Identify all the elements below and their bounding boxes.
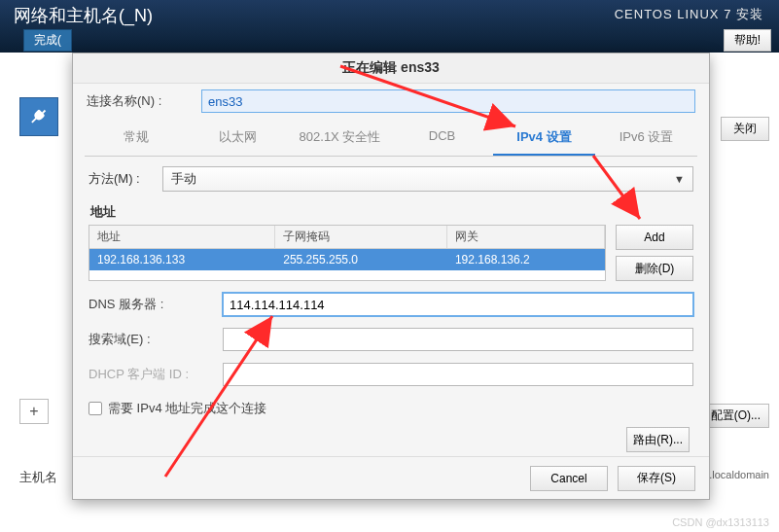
conn-name-label: 连接名称(N) : bbox=[87, 92, 194, 110]
cell-address: 192.168.136.133 bbox=[89, 249, 275, 270]
help-button[interactable]: 帮助! bbox=[724, 29, 771, 52]
col-gateway: 网关 bbox=[447, 226, 605, 248]
address-section-label: 地址 bbox=[90, 203, 693, 221]
tab-ipv4[interactable]: IPv4 设置 bbox=[493, 121, 595, 156]
address-table[interactable]: 地址 子网掩码 网关 192.168.136.133 255.255.255.0… bbox=[89, 225, 606, 281]
close-button[interactable]: 关闭 bbox=[721, 117, 769, 141]
page-title: 网络和主机名(_N) bbox=[14, 4, 153, 27]
search-domain-label: 搜索域(E) : bbox=[89, 331, 215, 348]
localdomain-text: t.localdomain bbox=[706, 469, 769, 480]
col-address: 地址 bbox=[89, 226, 275, 248]
add-device-button[interactable]: + bbox=[19, 399, 49, 424]
install-label: CENTOS LINUX 7 安装 bbox=[615, 6, 763, 23]
table-row[interactable]: 192.168.136.133 255.255.255.0 192.168.13… bbox=[89, 249, 605, 270]
cell-mask: 255.255.255.0 bbox=[275, 249, 447, 270]
tab-ipv6[interactable]: IPv6 设置 bbox=[595, 121, 697, 156]
hostname-label: 主机名 bbox=[19, 469, 57, 486]
dhcp-id-input[interactable] bbox=[223, 363, 693, 386]
method-label: 方法(M) : bbox=[89, 170, 155, 188]
add-address-button[interactable]: Add bbox=[616, 225, 693, 250]
tab-8021x[interactable]: 802.1X 安全性 bbox=[289, 121, 391, 156]
tab-bar: 常规 以太网 802.1X 安全性 DCB IPv4 设置 IPv6 设置 bbox=[85, 121, 697, 157]
ethernet-card-icon bbox=[19, 97, 58, 136]
search-domain-input[interactable] bbox=[223, 328, 693, 351]
require-ipv4-label: 需要 IPv4 地址完成这个连接 bbox=[108, 400, 266, 417]
done-button[interactable]: 完成( bbox=[23, 29, 72, 52]
col-mask: 子网掩码 bbox=[275, 226, 447, 248]
conn-name-input[interactable] bbox=[201, 89, 695, 113]
configure-button[interactable]: 配置(O)... bbox=[702, 404, 769, 428]
method-combo[interactable]: 手动 ▼ bbox=[162, 166, 693, 192]
dialog-title: 正在编辑 ens33 bbox=[73, 53, 709, 84]
dns-input[interactable] bbox=[223, 293, 693, 316]
cancel-button[interactable]: Cancel bbox=[530, 466, 608, 491]
delete-address-button[interactable]: 删除(D) bbox=[616, 256, 693, 281]
plug-icon bbox=[20, 98, 57, 135]
routes-button[interactable]: 路由(R)... bbox=[626, 427, 690, 452]
dns-label: DNS 服务器 : bbox=[89, 296, 215, 313]
dhcp-id-label: DHCP 客户端 ID : bbox=[89, 366, 215, 383]
cell-gateway: 192.168.136.2 bbox=[447, 249, 605, 270]
save-button[interactable]: 保存(S) bbox=[618, 466, 695, 491]
tab-ethernet[interactable]: 以太网 bbox=[187, 121, 289, 156]
watermark-text: CSDN @dx1313113 bbox=[672, 516, 769, 528]
method-value: 手动 bbox=[171, 171, 196, 186]
chevron-down-icon: ▼ bbox=[674, 173, 685, 185]
tab-general[interactable]: 常规 bbox=[85, 121, 187, 156]
edit-connection-dialog: 正在编辑 ens33 连接名称(N) : 常规 以太网 802.1X 安全性 D… bbox=[72, 53, 710, 500]
tab-dcb[interactable]: DCB bbox=[391, 121, 493, 156]
require-ipv4-checkbox[interactable] bbox=[89, 402, 102, 415]
